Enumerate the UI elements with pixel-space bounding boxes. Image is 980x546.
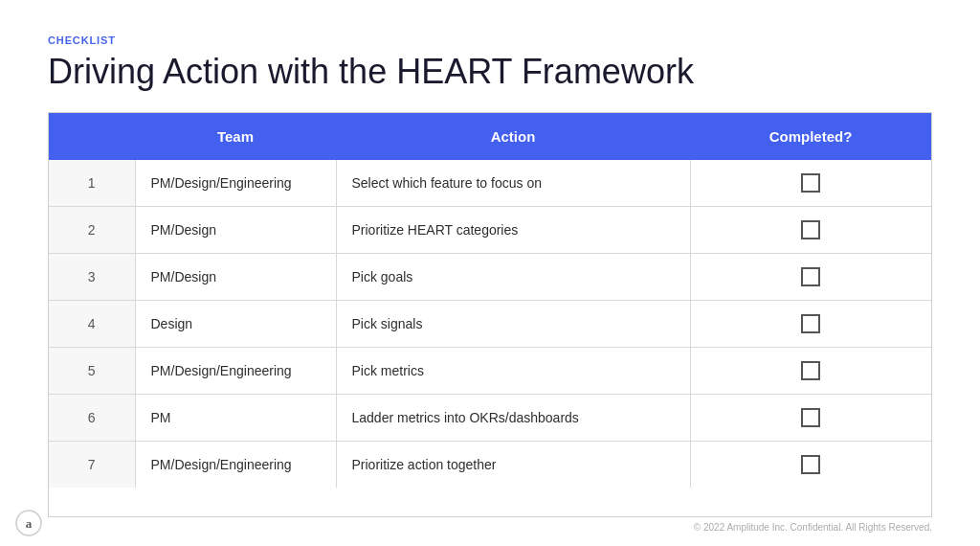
col-header-completed: Completed?: [690, 113, 931, 160]
row-completed[interactable]: [690, 207, 931, 254]
page-title: Driving Action with the HEART Framework: [48, 52, 932, 91]
row-team: PM/Design/Engineering: [135, 160, 336, 207]
checklist-table: Team Action Completed? 1PM/Design/Engine…: [49, 113, 931, 488]
row-number: 3: [49, 254, 135, 301]
checkbox-icon[interactable]: [801, 455, 820, 474]
row-completed[interactable]: [690, 442, 931, 489]
col-header-action: Action: [336, 113, 690, 160]
row-completed[interactable]: [690, 160, 931, 207]
col-header-team: Team: [135, 113, 336, 160]
row-action: Prioritize HEART categories: [336, 207, 690, 254]
col-header-num: [49, 113, 135, 160]
table-row: 4DesignPick signals: [49, 301, 931, 348]
row-number: 2: [49, 207, 135, 254]
checklist-label: CHECKLIST: [48, 34, 932, 46]
row-completed[interactable]: [690, 348, 931, 395]
row-number: 5: [49, 348, 135, 395]
table-row: 2PM/DesignPrioritize HEART categories: [49, 207, 931, 254]
page-container: CHECKLIST Driving Action with the HEART …: [0, 0, 980, 546]
row-team: PM/Design: [135, 207, 336, 254]
row-action: Pick goals: [336, 254, 690, 301]
row-team: PM/Design/Engineering: [135, 442, 336, 489]
row-team: Design: [135, 301, 336, 348]
row-number: 1: [49, 160, 135, 207]
table-row: 6PMLadder metrics into OKRs/dashboards: [49, 395, 931, 442]
row-action: Prioritize action together: [336, 442, 690, 489]
checkbox-icon[interactable]: [801, 408, 820, 427]
row-number: 6: [49, 395, 135, 442]
row-action: Ladder metrics into OKRs/dashboards: [336, 395, 690, 442]
table-row: 3PM/DesignPick goals: [49, 254, 931, 301]
checkbox-icon[interactable]: [801, 361, 820, 380]
checkbox-icon[interactable]: [801, 314, 820, 333]
row-completed[interactable]: [690, 301, 931, 348]
svg-text:a: a: [26, 516, 33, 531]
checkbox-icon[interactable]: [801, 267, 820, 286]
table-wrapper: Team Action Completed? 1PM/Design/Engine…: [48, 112, 932, 517]
row-action: Pick signals: [336, 301, 690, 348]
table-row: 7PM/Design/EngineeringPrioritize action …: [49, 442, 931, 489]
row-number: 4: [49, 301, 135, 348]
row-team: PM/Design/Engineering: [135, 348, 336, 395]
table-row: 1PM/Design/EngineeringSelect which featu…: [49, 160, 931, 207]
amplitude-logo: a: [15, 510, 42, 536]
row-action: Select which feature to focus on: [336, 160, 690, 207]
row-completed[interactable]: [690, 395, 931, 442]
row-team: PM: [135, 395, 336, 442]
row-number: 7: [49, 442, 135, 489]
row-completed[interactable]: [690, 254, 931, 301]
checkbox-icon[interactable]: [801, 220, 820, 239]
table-row: 5PM/Design/EngineeringPick metrics: [49, 348, 931, 395]
row-action: Pick metrics: [336, 348, 690, 395]
checkbox-icon[interactable]: [801, 173, 820, 193]
row-team: PM/Design: [135, 254, 336, 301]
footer-copyright: © 2022 Amplitude Inc. Confidential. All …: [694, 522, 932, 533]
